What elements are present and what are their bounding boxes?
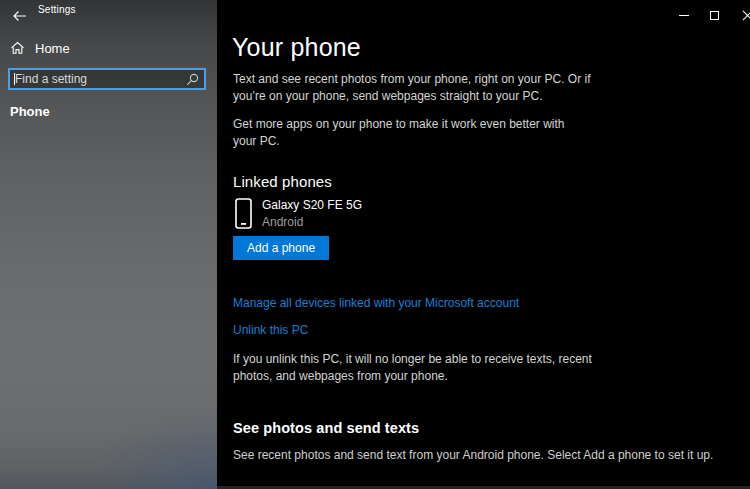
sidebar-item-home[interactable]: Home <box>0 37 217 59</box>
minimize-icon <box>679 15 689 16</box>
photos-texts-description: See recent photos and send text from you… <box>233 447 733 464</box>
settings-sidebar: Settings Home Phone <box>0 0 217 489</box>
device-info: Galaxy S20 FE 5G Android <box>262 198 362 230</box>
linked-device-row: Galaxy S20 FE 5G Android <box>235 198 362 230</box>
sidebar-section-phone: Phone <box>10 104 50 119</box>
linked-phones-heading: Linked phones <box>233 173 332 190</box>
maximize-icon <box>710 11 719 20</box>
manage-devices-link[interactable]: Manage all devices linked with your Micr… <box>233 296 519 310</box>
text-caret <box>14 73 15 85</box>
home-icon <box>10 41 25 55</box>
intro-paragraph-1: Text and see recent photos from your pho… <box>233 71 613 105</box>
minimize-button[interactable] <box>669 0 699 30</box>
window-title: Settings <box>38 4 76 15</box>
back-button[interactable] <box>9 7 31 25</box>
device-os: Android <box>262 215 362 230</box>
sidebar-item-home-label: Home <box>35 41 70 56</box>
unlink-note: If you unlink this PC, it will no longer… <box>233 351 613 385</box>
back-arrow-icon <box>13 10 27 22</box>
main-content: Your phone Text and see recent photos fr… <box>217 0 750 489</box>
close-icon <box>742 10 750 21</box>
maximize-button[interactable] <box>699 0 729 30</box>
add-a-phone-button[interactable]: Add a phone <box>233 236 329 260</box>
search-input[interactable] <box>10 70 186 88</box>
unlink-pc-link[interactable]: Unlink this PC <box>233 323 308 337</box>
search-icon[interactable] <box>186 73 199 86</box>
device-name: Galaxy S20 FE 5G <box>262 198 362 213</box>
phone-icon <box>235 198 252 230</box>
search-box <box>8 68 206 90</box>
intro-paragraph-2: Get more apps on your phone to make it w… <box>233 116 613 150</box>
page-title: Your phone <box>232 33 361 62</box>
close-button[interactable] <box>732 0 750 30</box>
photos-texts-heading: See photos and send texts <box>233 420 419 436</box>
